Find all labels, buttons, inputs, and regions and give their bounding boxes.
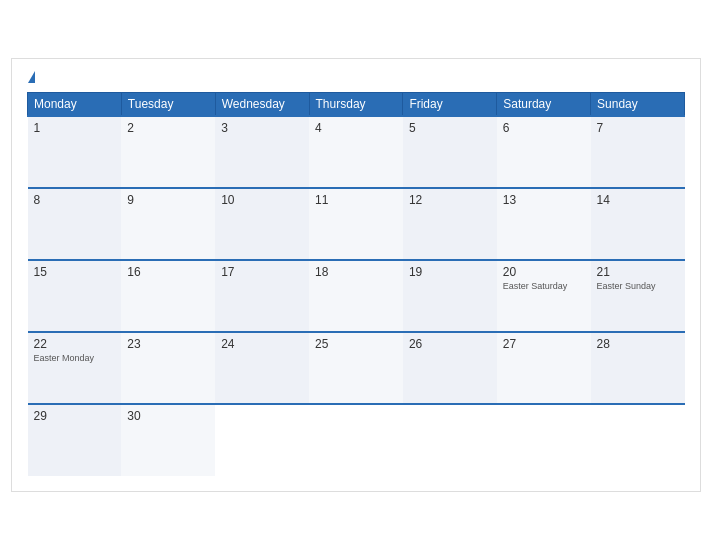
calendar-cell: 20Easter Saturday bbox=[497, 260, 591, 332]
calendar-cell: 24 bbox=[215, 332, 309, 404]
calendar-cell: 6 bbox=[497, 116, 591, 188]
day-number: 25 bbox=[315, 337, 397, 351]
calendar-cell: 28 bbox=[591, 332, 685, 404]
day-number: 8 bbox=[34, 193, 116, 207]
logo bbox=[27, 69, 35, 82]
day-number: 7 bbox=[597, 121, 679, 135]
calendar-cell bbox=[591, 404, 685, 476]
calendar-cell: 27 bbox=[497, 332, 591, 404]
day-number: 28 bbox=[597, 337, 679, 351]
weekday-wednesday: Wednesday bbox=[215, 93, 309, 117]
day-number: 17 bbox=[221, 265, 303, 279]
week-row-3: 151617181920Easter Saturday21Easter Sund… bbox=[28, 260, 685, 332]
calendar-cell: 3 bbox=[215, 116, 309, 188]
week-row-2: 891011121314 bbox=[28, 188, 685, 260]
calendar-cell: 25 bbox=[309, 332, 403, 404]
calendar-cell: 2 bbox=[121, 116, 215, 188]
weekday-tuesday: Tuesday bbox=[121, 93, 215, 117]
calendar-cell: 12 bbox=[403, 188, 497, 260]
calendar-header bbox=[27, 69, 685, 82]
calendar-cell: 22Easter Monday bbox=[28, 332, 122, 404]
weekday-friday: Friday bbox=[403, 93, 497, 117]
calendar-cell: 30 bbox=[121, 404, 215, 476]
day-number: 3 bbox=[221, 121, 303, 135]
weekday-saturday: Saturday bbox=[497, 93, 591, 117]
calendar-cell: 5 bbox=[403, 116, 497, 188]
day-number: 23 bbox=[127, 337, 209, 351]
day-number: 11 bbox=[315, 193, 397, 207]
calendar-cell bbox=[497, 404, 591, 476]
day-number: 22 bbox=[34, 337, 116, 351]
calendar-cell: 7 bbox=[591, 116, 685, 188]
day-number: 12 bbox=[409, 193, 491, 207]
calendar-cell: 10 bbox=[215, 188, 309, 260]
day-number: 5 bbox=[409, 121, 491, 135]
day-number: 6 bbox=[503, 121, 585, 135]
weekday-monday: Monday bbox=[28, 93, 122, 117]
week-row-1: 1234567 bbox=[28, 116, 685, 188]
day-number: 13 bbox=[503, 193, 585, 207]
calendar-container: MondayTuesdayWednesdayThursdayFridaySatu… bbox=[11, 58, 701, 492]
day-number: 10 bbox=[221, 193, 303, 207]
week-row-4: 22Easter Monday232425262728 bbox=[28, 332, 685, 404]
day-number: 16 bbox=[127, 265, 209, 279]
calendar-cell bbox=[403, 404, 497, 476]
calendar-cell: 14 bbox=[591, 188, 685, 260]
day-number: 20 bbox=[503, 265, 585, 279]
calendar-cell: 1 bbox=[28, 116, 122, 188]
day-number: 9 bbox=[127, 193, 209, 207]
day-number: 18 bbox=[315, 265, 397, 279]
calendar-cell: 17 bbox=[215, 260, 309, 332]
calendar-cell: 18 bbox=[309, 260, 403, 332]
weekday-thursday: Thursday bbox=[309, 93, 403, 117]
week-row-5: 2930 bbox=[28, 404, 685, 476]
calendar-grid: MondayTuesdayWednesdayThursdayFridaySatu… bbox=[27, 92, 685, 476]
day-number: 27 bbox=[503, 337, 585, 351]
day-number: 29 bbox=[34, 409, 116, 423]
day-number: 30 bbox=[127, 409, 209, 423]
calendar-cell: 13 bbox=[497, 188, 591, 260]
calendar-cell: 11 bbox=[309, 188, 403, 260]
calendar-cell: 19 bbox=[403, 260, 497, 332]
holiday-name: Easter Sunday bbox=[597, 281, 679, 292]
holiday-name: Easter Monday bbox=[34, 353, 116, 364]
calendar-cell bbox=[215, 404, 309, 476]
day-number: 1 bbox=[34, 121, 116, 135]
logo-triangle-icon bbox=[28, 71, 35, 83]
calendar-cell: 29 bbox=[28, 404, 122, 476]
calendar-cell: 26 bbox=[403, 332, 497, 404]
calendar-cell: 16 bbox=[121, 260, 215, 332]
weekday-sunday: Sunday bbox=[591, 93, 685, 117]
calendar-cell bbox=[309, 404, 403, 476]
weekday-header-row: MondayTuesdayWednesdayThursdayFridaySatu… bbox=[28, 93, 685, 117]
calendar-cell: 21Easter Sunday bbox=[591, 260, 685, 332]
calendar-cell: 23 bbox=[121, 332, 215, 404]
calendar-cell: 9 bbox=[121, 188, 215, 260]
day-number: 24 bbox=[221, 337, 303, 351]
day-number: 26 bbox=[409, 337, 491, 351]
calendar-cell: 8 bbox=[28, 188, 122, 260]
day-number: 2 bbox=[127, 121, 209, 135]
day-number: 21 bbox=[597, 265, 679, 279]
day-number: 4 bbox=[315, 121, 397, 135]
day-number: 14 bbox=[597, 193, 679, 207]
holiday-name: Easter Saturday bbox=[503, 281, 585, 292]
day-number: 19 bbox=[409, 265, 491, 279]
calendar-cell: 15 bbox=[28, 260, 122, 332]
day-number: 15 bbox=[34, 265, 116, 279]
calendar-cell: 4 bbox=[309, 116, 403, 188]
